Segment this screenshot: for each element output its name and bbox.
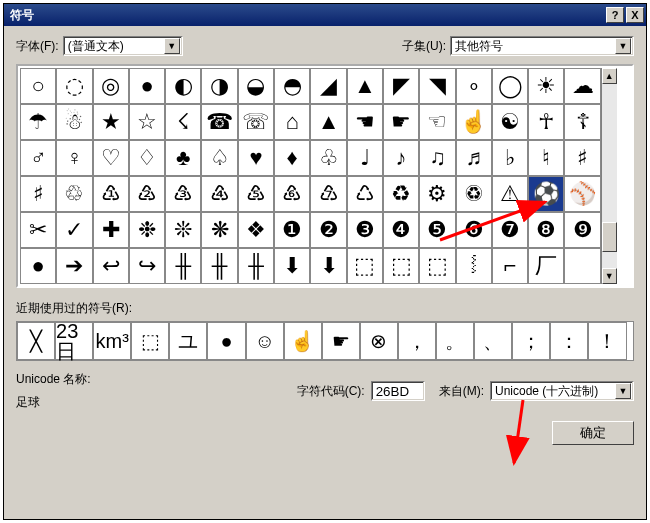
symbol-cell[interactable]: ⬇ <box>310 248 346 284</box>
chevron-down-icon[interactable]: ▼ <box>164 38 180 54</box>
scroll-down-button[interactable]: ▼ <box>602 268 617 284</box>
symbol-cell[interactable]: ☎ <box>201 104 237 140</box>
symbol-cell[interactable]: ⌐ <box>492 248 528 284</box>
recent-symbol-cell[interactable]: ╳ <box>17 322 55 360</box>
symbol-cell[interactable]: ❽ <box>528 212 564 248</box>
symbol-cell[interactable]: ♧ <box>310 140 346 176</box>
symbol-cell[interactable]: ♬ <box>456 140 492 176</box>
symbol-cell[interactable]: ☇ <box>165 104 201 140</box>
symbol-cell[interactable]: 厂 <box>528 248 564 284</box>
symbol-cell[interactable]: ❻ <box>456 212 492 248</box>
scroll-thumb[interactable] <box>602 222 617 252</box>
recent-symbol-cell[interactable]: km³ <box>93 322 131 360</box>
symbol-cell[interactable]: ♶ <box>201 176 237 212</box>
recent-symbol-cell[interactable]: ☝ <box>284 322 322 360</box>
symbol-cell[interactable]: ♴ <box>129 176 165 212</box>
symbol-cell[interactable]: ♀ <box>56 140 92 176</box>
symbol-cell[interactable]: ❉ <box>129 212 165 248</box>
symbol-cell[interactable]: ☛ <box>383 104 419 140</box>
symbol-cell[interactable]: ◢ <box>310 68 346 104</box>
close-button[interactable]: X <box>626 7 644 23</box>
symbol-cell[interactable]: ☂ <box>20 104 56 140</box>
symbol-cell[interactable]: ◯ <box>492 68 528 104</box>
recent-symbol-cell[interactable]: ☺ <box>246 322 284 360</box>
symbol-cell[interactable]: ♪ <box>383 140 419 176</box>
symbol-cell[interactable]: ♤ <box>201 140 237 176</box>
symbol-cell[interactable]: ⬚ <box>347 248 383 284</box>
symbol-cell[interactable]: ☜ <box>419 104 455 140</box>
recent-symbol-cell[interactable]: ： <box>550 322 588 360</box>
recent-symbol-cell[interactable]: ！ <box>588 322 626 360</box>
symbol-cell[interactable]: ❸ <box>347 212 383 248</box>
symbol-cell[interactable]: ★ <box>93 104 129 140</box>
symbol-cell[interactable]: ⚠ <box>492 176 528 212</box>
symbol-cell[interactable]: ☃ <box>56 104 92 140</box>
symbol-cell[interactable]: ♹ <box>310 176 346 212</box>
symbol-cell[interactable]: ◒ <box>238 68 274 104</box>
symbol-cell[interactable]: ⌂ <box>274 104 310 140</box>
symbol-cell[interactable]: ♸ <box>274 176 310 212</box>
symbol-cell[interactable]: ◎ <box>93 68 129 104</box>
symbol-cell[interactable]: ⸾ <box>456 248 492 284</box>
symbol-cell[interactable]: ⬚ <box>383 248 419 284</box>
symbol-cell[interactable]: ◥ <box>419 68 455 104</box>
symbol-cell[interactable]: ☝ <box>456 104 492 140</box>
symbol-cell[interactable]: ○ <box>20 68 56 104</box>
symbol-cell[interactable]: ↩ <box>93 248 129 284</box>
symbol-cell[interactable]: ♫ <box>419 140 455 176</box>
char-code-input[interactable] <box>371 381 425 401</box>
symbol-cell[interactable]: ☦ <box>564 104 600 140</box>
ok-button[interactable]: 确定 <box>552 421 634 445</box>
subset-combo[interactable]: 其他符号 ▼ <box>450 36 634 56</box>
symbol-cell[interactable]: ◌ <box>56 68 92 104</box>
symbol-cell[interactable]: ❶ <box>274 212 310 248</box>
from-combo[interactable]: Unicode (十六进制) ▼ <box>490 381 634 401</box>
font-combo[interactable]: (普通文本) ▼ <box>63 36 183 56</box>
recent-symbol-cell[interactable]: ； <box>512 322 550 360</box>
symbol-cell[interactable]: ♡ <box>93 140 129 176</box>
symbol-cell[interactable]: ☀ <box>528 68 564 104</box>
symbol-cell[interactable]: ♲ <box>56 176 92 212</box>
symbol-cell[interactable]: ♽ <box>456 176 492 212</box>
symbol-cell[interactable]: ❖ <box>238 212 274 248</box>
symbol-cell[interactable]: ⚾ <box>564 176 600 212</box>
symbol-cell[interactable]: ❋ <box>201 212 237 248</box>
symbol-cell[interactable]: ◓ <box>274 68 310 104</box>
recent-symbol-cell[interactable]: ， <box>398 322 436 360</box>
symbol-cell[interactable]: ♮ <box>528 140 564 176</box>
symbol-cell[interactable]: ☁ <box>564 68 600 104</box>
recent-symbol-cell[interactable]: 、 <box>474 322 512 360</box>
symbol-cell[interactable]: ♦ <box>274 140 310 176</box>
symbol-cell[interactable]: ↪ <box>129 248 165 284</box>
symbol-cell[interactable]: ☯ <box>492 104 528 140</box>
symbol-cell[interactable]: ▲ <box>310 104 346 140</box>
recent-symbol-cell[interactable]: 。 <box>436 322 474 360</box>
symbol-cell[interactable] <box>564 248 600 284</box>
symbol-cell[interactable]: ◤ <box>383 68 419 104</box>
symbol-cell[interactable]: ➔ <box>56 248 92 284</box>
symbol-cell[interactable]: ♳ <box>93 176 129 212</box>
scroll-track[interactable] <box>602 84 617 268</box>
symbol-cell[interactable]: ● <box>20 248 56 284</box>
symbol-cell[interactable]: ⬇ <box>274 248 310 284</box>
symbol-cell[interactable]: ✂ <box>20 212 56 248</box>
symbol-cell[interactable]: ♢ <box>129 140 165 176</box>
symbol-cell[interactable]: ● <box>129 68 165 104</box>
symbol-cell[interactable]: ☆ <box>129 104 165 140</box>
symbol-cell[interactable]: ♭ <box>492 140 528 176</box>
recent-symbol-cell[interactable]: ユ <box>169 322 207 360</box>
symbol-cell[interactable]: ╫ <box>238 248 274 284</box>
symbol-cell[interactable]: ❺ <box>419 212 455 248</box>
symbol-cell[interactable]: ☏ <box>238 104 274 140</box>
recent-symbol-cell[interactable]: ☛ <box>322 322 360 360</box>
symbol-cell[interactable]: ✚ <box>93 212 129 248</box>
symbol-cell[interactable]: ♯ <box>20 176 56 212</box>
recent-symbol-cell[interactable]: ⬚ <box>131 322 169 360</box>
recent-symbol-cell[interactable]: ● <box>207 322 245 360</box>
symbol-cell[interactable]: ◑ <box>201 68 237 104</box>
symbol-cell[interactable]: ⬚ <box>419 248 455 284</box>
recent-symbol-cell[interactable]: 23日 <box>55 322 93 360</box>
symbol-cell[interactable]: ❼ <box>492 212 528 248</box>
symbol-cell[interactable]: ▲ <box>347 68 383 104</box>
symbol-cell[interactable]: ❊ <box>165 212 201 248</box>
